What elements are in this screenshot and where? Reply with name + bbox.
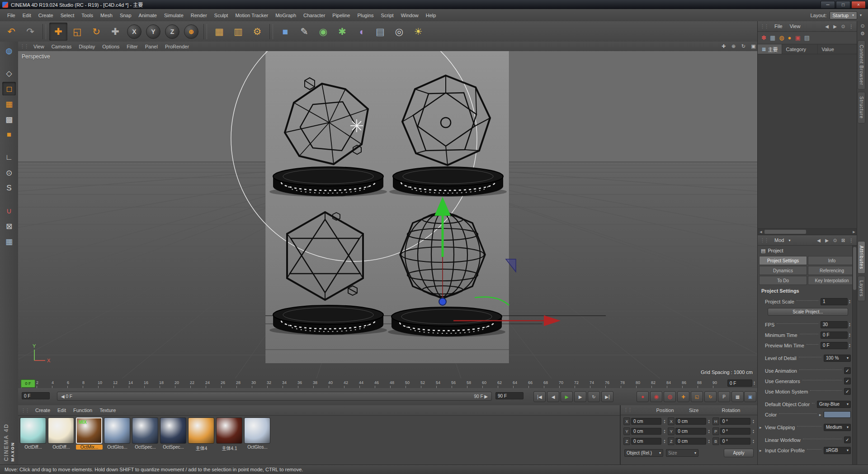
menu-item[interactable]: Edit [19, 13, 35, 18]
input-color-profile-select[interactable]: sRGB▾ [824, 447, 851, 454]
material-item[interactable]: MIX OctMix... [76, 417, 103, 451]
fps-field[interactable]: 30 [821, 321, 848, 328]
value-column-header[interactable]: Value [818, 44, 857, 54]
position-field[interactable]: 0 cm [631, 418, 661, 425]
record-parameter-toggle[interactable]: P [718, 391, 730, 402]
layout-select[interactable]: Startup▾ [830, 11, 857, 19]
attribute-tab[interactable]: Project Settings [759, 256, 807, 265]
use-animation-checkbox[interactable] [844, 367, 851, 374]
view-clipping-select[interactable]: Medium▾ [824, 424, 851, 431]
move-tool-icon[interactable]: ✚ [49, 23, 67, 41]
timeline-ruler[interactable]: 0246810121416182022242628303234363840424… [18, 379, 757, 389]
material-menu-item[interactable]: Create [32, 408, 54, 413]
play-button[interactable]: ▶ [561, 391, 573, 402]
history-back-icon[interactable]: ◀ [823, 23, 830, 30]
stepper[interactable]: ▲▼ [752, 429, 755, 434]
material-item[interactable]: OctGlos... [244, 417, 271, 451]
texture-axis-mode-icon[interactable]: ▦ [2, 97, 16, 111]
position-field[interactable]: 0 cm [631, 438, 661, 445]
earth-icon[interactable]: ◍ [2, 44, 16, 57]
powerslider-layout-button[interactable]: ▣ [744, 391, 756, 402]
material-thumbnail[interactable] [132, 417, 158, 444]
object-manager-tab[interactable]: ▦主要 [758, 44, 782, 54]
expand-arrow-icon[interactable]: ▸ [760, 425, 764, 430]
viewport-menu-item[interactable]: Options [99, 44, 123, 49]
redo-icon[interactable]: ↷ [21, 23, 39, 41]
material-item[interactable]: 主体4.1 [216, 417, 243, 451]
stepper[interactable]: ▲▼ [849, 333, 851, 337]
material-thumbnail[interactable] [188, 417, 214, 444]
planar-workplane-icon[interactable]: ▦ [2, 235, 16, 248]
stepper[interactable]: ▲▼ [663, 439, 665, 444]
menu-item[interactable]: Select [57, 13, 78, 18]
horizontal-scrollbar[interactable]: ◀ ▶ [758, 228, 857, 235]
menu-item[interactable]: Tools [78, 13, 97, 18]
record-position-toggle[interactable]: ✚ [677, 391, 689, 402]
menu-item[interactable]: Render [187, 13, 211, 18]
menu-item[interactable]: Animate [135, 13, 160, 18]
project-scale-field[interactable]: 1 [821, 298, 848, 305]
lock-y-axis-icon[interactable]: Y [144, 23, 162, 41]
history-forward-icon[interactable]: ▶ [831, 23, 839, 30]
maximize-view-icon[interactable]: ▣ [750, 43, 757, 50]
snap-icon[interactable]: S [2, 181, 16, 195]
record-pla-toggle[interactable]: ▦ [731, 391, 744, 402]
spline-pen-icon[interactable]: ✎ [295, 23, 313, 41]
attribute-tab[interactable]: Dynamics [759, 266, 807, 275]
attribute-tab[interactable]: Info [808, 256, 856, 265]
pedestal-disc[interactable] [269, 305, 387, 335]
pedestal-disc[interactable] [269, 167, 387, 197]
material-thumbnail[interactable]: MIX [76, 417, 102, 444]
mouse-mode-icon[interactable]: ⊙ [2, 166, 16, 180]
position-field[interactable]: 0 cm [631, 428, 661, 435]
cloner-icon[interactable]: ✱ [333, 23, 351, 41]
undo-icon[interactable]: ↶ [2, 23, 20, 41]
scrollbar-thumb[interactable] [853, 247, 856, 290]
loop-button[interactable]: ↻ [588, 391, 600, 402]
model-mode-icon[interactable]: ◻ [2, 82, 16, 95]
coordinate-system-icon[interactable]: ⊕ [182, 23, 200, 41]
last-tool-icon[interactable]: ✚ [106, 23, 124, 41]
panel-grip[interactable] [760, 24, 770, 29]
menu-item[interactable]: Script [377, 13, 397, 18]
panel-grip[interactable] [760, 237, 770, 243]
bookmark-new-icon[interactable]: ✽ [761, 34, 766, 41]
lock-workplane-icon[interactable]: ⊠ [2, 219, 16, 233]
scale-project-button[interactable]: Scale Project... [768, 308, 848, 316]
search-icon[interactable]: ⊙ [840, 23, 847, 30]
lock-x-axis-icon[interactable]: X [125, 23, 143, 41]
texture-mode-icon[interactable]: ▩ [2, 113, 16, 126]
zoom-view-icon[interactable]: ⊕ [730, 43, 737, 50]
material-menu-item[interactable]: Edit [54, 408, 70, 413]
render-picture-viewer-icon[interactable]: ▥ [229, 23, 247, 41]
viewport-menu-item[interactable]: Panel [142, 44, 161, 49]
viewport-menu-item[interactable]: Filter [123, 44, 141, 49]
bookmark-icon[interactable]: ▦ [770, 34, 775, 41]
light-icon[interactable]: ☀ [409, 23, 427, 41]
pedestal-disc[interactable] [388, 307, 505, 337]
timeline-playhead[interactable]: 0 F [21, 379, 35, 388]
rotate-tool-icon[interactable]: ↻ [87, 23, 105, 41]
lock-z-axis-icon[interactable]: Z [163, 23, 181, 41]
use-motion-system-checkbox[interactable] [844, 388, 851, 395]
rotation-field[interactable]: 0 ° [720, 428, 750, 435]
material-thumbnail[interactable] [160, 417, 186, 444]
range-left-arrow-icon[interactable]: ◀ [61, 394, 65, 399]
preview-range-slider[interactable]: ◀ 0 F 90 F ▶ [57, 392, 492, 401]
menu-item[interactable]: Sculpt [211, 13, 232, 18]
size-field[interactable]: 0 cm [675, 418, 706, 425]
timeline-end-field[interactable]: 0 F [727, 379, 752, 387]
menu-item[interactable]: Motion Tracker [231, 13, 272, 18]
primitive-cube-icon[interactable]: ■ [276, 23, 294, 41]
goto-start-button[interactable]: |◀ [533, 391, 546, 402]
subdivision-surface-icon[interactable]: ◉ [314, 23, 332, 41]
apply-button[interactable]: Apply [724, 449, 754, 457]
autokey-button[interactable]: ◉ [650, 391, 662, 402]
end-frame-field[interactable]: 90 F [495, 392, 524, 399]
panel-grip[interactable] [21, 408, 31, 413]
camera-label[interactable]: Perspective [22, 53, 50, 60]
stepper[interactable]: ▲▼ [849, 343, 851, 348]
linear-workflow-checkbox[interactable] [844, 436, 851, 443]
menu-item[interactable]: Snap [116, 13, 135, 18]
material-menu-item[interactable]: Texture [96, 408, 119, 413]
